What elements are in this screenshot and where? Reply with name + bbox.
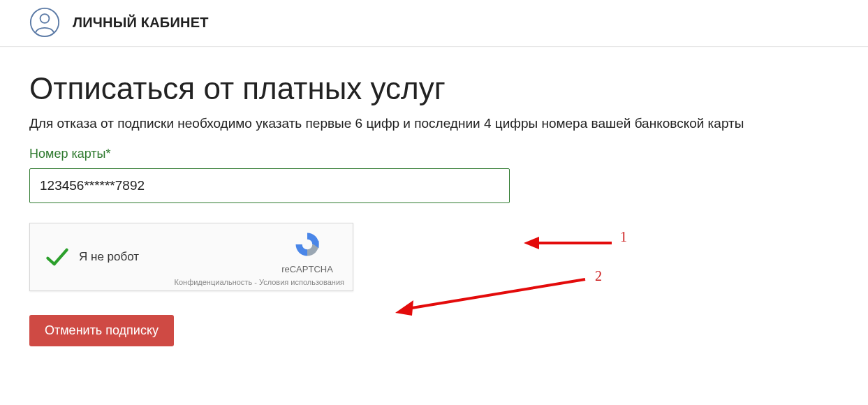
recaptcha-privacy-link[interactable]: Конфиденциальность (175, 278, 253, 286)
annotation-label-1: 1 (620, 229, 627, 245)
cancel-subscription-button[interactable]: Отменить подписку (29, 315, 174, 346)
recaptcha-icon (292, 229, 323, 260)
header: ЛИЧНЫЙ КАБИНЕТ (0, 0, 868, 47)
recaptcha-branding: reCAPTCHA (269, 229, 346, 274)
card-number-label: Номер карты* (29, 147, 839, 161)
user-icon (29, 7, 60, 38)
recaptcha-terms-link[interactable]: Условия использования (259, 278, 344, 286)
svg-marker-4 (524, 237, 539, 249)
svg-point-1 (41, 14, 50, 23)
recaptcha-label: Я не робот (79, 250, 139, 264)
check-icon (45, 245, 69, 269)
recaptcha-footer-links: Конфиденциальность - Условия использован… (175, 278, 344, 286)
header-title: ЛИЧНЫЙ КАБИНЕТ (73, 15, 209, 31)
card-number-input[interactable] (29, 168, 510, 203)
page-title: Отписаться от платных услуг (29, 71, 839, 106)
recaptcha-brand-text: reCAPTCHA (269, 264, 346, 274)
annotation-label-2: 2 (595, 268, 602, 284)
page-subtitle: Для отказа от подписки необходимо указат… (29, 116, 839, 131)
annotation-arrow-1 (522, 233, 613, 253)
svg-line-5 (408, 279, 585, 309)
recaptcha-widget[interactable]: Я не робот reCAPTCHA Конфиденциальность … (29, 223, 353, 291)
annotation-arrow-2 (392, 275, 588, 317)
main-content: Отписаться от платных услуг Для отказа о… (0, 71, 868, 346)
svg-marker-6 (395, 300, 413, 316)
